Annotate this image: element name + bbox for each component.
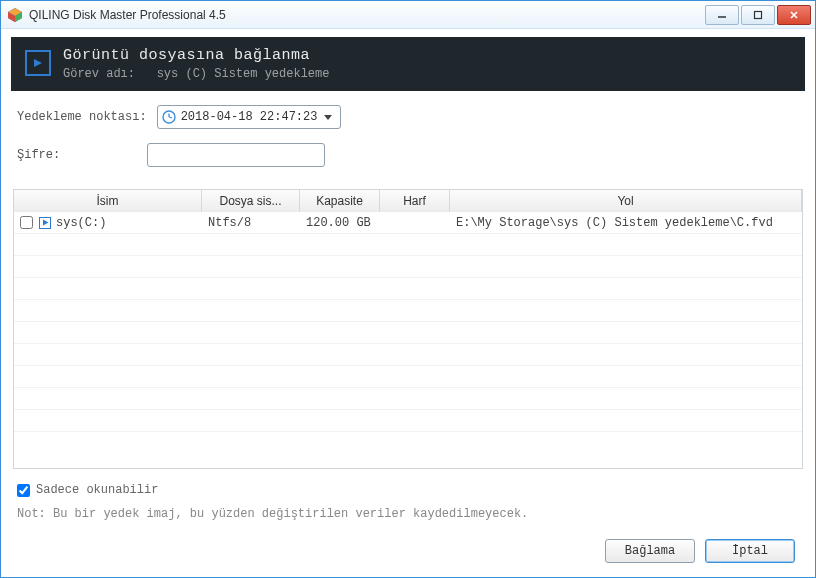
password-row: Şifre: — [17, 143, 799, 167]
table-row — [14, 344, 802, 366]
readonly-checkbox[interactable] — [17, 484, 30, 497]
cell-filesystem: Ntfs/8 — [202, 216, 300, 230]
cancel-button[interactable]: İptal — [705, 539, 795, 563]
bottom-area: Sadece okunabilir Not: Bu bir yedek imaj… — [11, 469, 805, 567]
backup-point-value: 2018-04-18 22:47:23 — [181, 110, 318, 124]
mount-image-icon — [25, 50, 51, 76]
svg-line-11 — [169, 117, 172, 118]
table-row — [14, 388, 802, 410]
table-row — [14, 234, 802, 256]
maximize-button[interactable] — [741, 5, 775, 25]
table-row[interactable]: sys(C:) Ntfs/8 120.00 GB E:\My Storage\s… — [14, 212, 802, 234]
note-text: Not: Bu bir yedek imaj, bu yüzden değişt… — [17, 507, 799, 521]
form-area: Yedekleme noktası: 2018-04-18 22:47:23 Ş… — [11, 91, 805, 189]
password-label: Şifre: — [17, 148, 137, 162]
window-buttons — [705, 5, 811, 25]
clock-icon — [162, 110, 176, 124]
cell-name: sys(C:) — [56, 216, 106, 230]
table-row — [14, 256, 802, 278]
col-capacity[interactable]: Kapasite — [300, 190, 380, 212]
window-title: QILING Disk Master Professional 4.5 — [29, 8, 705, 22]
backup-point-select[interactable]: 2018-04-18 22:47:23 — [157, 105, 342, 129]
close-button[interactable] — [777, 5, 811, 25]
page-title: Görüntü dosyasına bağlanma — [63, 47, 329, 64]
col-path[interactable]: Yol — [450, 190, 802, 212]
table-row — [14, 300, 802, 322]
play-icon — [39, 217, 51, 229]
subtitle-label: Görev adı: — [63, 67, 135, 81]
cell-capacity: 120.00 GB — [300, 216, 380, 230]
svg-marker-12 — [324, 115, 332, 120]
minimize-button[interactable] — [705, 5, 739, 25]
col-filesystem[interactable]: Dosya sis... — [202, 190, 300, 212]
table-body: sys(C:) Ntfs/8 120.00 GB E:\My Storage\s… — [14, 212, 802, 468]
titlebar: QILING Disk Master Professional 4.5 — [1, 1, 815, 29]
partition-table: İsim Dosya sis... Kapasite Harf Yol sys(… — [13, 189, 803, 469]
svg-marker-8 — [34, 59, 42, 67]
svg-rect-5 — [755, 11, 762, 18]
client-area: Görüntü dosyasına bağlanma Görev adı: sy… — [1, 29, 815, 577]
header-text-group: Görüntü dosyasına bağlanma Görev adı: sy… — [63, 47, 329, 81]
app-logo-icon — [7, 7, 23, 23]
col-letter[interactable]: Harf — [380, 190, 450, 212]
cell-path: E:\My Storage\sys (C) Sistem yedekleme\C… — [450, 216, 802, 230]
backup-point-row: Yedekleme noktası: 2018-04-18 22:47:23 — [17, 105, 799, 129]
mount-button[interactable]: Bağlama — [605, 539, 695, 563]
table-header-row: İsim Dosya sis... Kapasite Harf Yol — [14, 190, 802, 212]
readonly-row: Sadece okunabilir — [17, 483, 799, 497]
app-window: QILING Disk Master Professional 4.5 Görü… — [0, 0, 816, 578]
subtitle-value: sys (C) Sistem yedekleme — [157, 67, 330, 81]
table-row — [14, 322, 802, 344]
header-band: Görüntü dosyasına bağlanma Görev adı: sy… — [11, 37, 805, 91]
page-subtitle: Görev adı: sys (C) Sistem yedekleme — [63, 67, 329, 81]
svg-marker-13 — [43, 220, 49, 226]
chevron-down-icon — [322, 111, 334, 123]
table-row — [14, 278, 802, 300]
backup-point-label: Yedekleme noktası: — [17, 110, 147, 124]
table-row — [14, 366, 802, 388]
table-row — [14, 410, 802, 432]
col-name[interactable]: İsim — [14, 190, 202, 212]
button-row: Bağlama İptal — [17, 539, 799, 563]
readonly-label: Sadece okunabilir — [36, 483, 158, 497]
row-checkbox[interactable] — [20, 216, 33, 229]
password-input[interactable] — [147, 143, 325, 167]
